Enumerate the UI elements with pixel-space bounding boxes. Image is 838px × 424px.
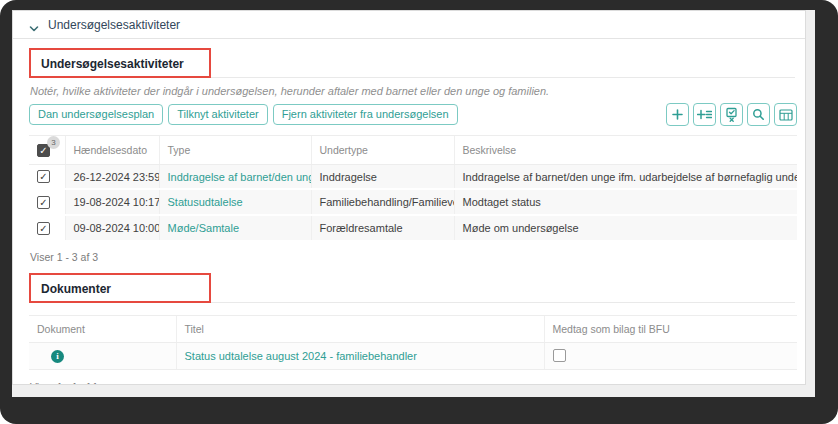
activities-table: ✓ 3 Hændelsesdato Type Undertype Beskriv… bbox=[29, 135, 797, 242]
cell-date: 09-08-2024 10:00 bbox=[65, 215, 159, 241]
activities-pagination: Viser 1 - 3 af 3 bbox=[30, 251, 797, 263]
page-background: Undersøgelsesaktiviteter Undersøgelsesak… bbox=[12, 10, 815, 397]
selected-count-badge: 3 bbox=[47, 136, 60, 149]
column-header-titel[interactable]: Titel bbox=[176, 315, 544, 342]
activities-header-row: ✓ 3 Hændelsesdato Type Undertype Beskriv… bbox=[29, 136, 797, 165]
search-icon[interactable] bbox=[747, 103, 770, 126]
document-title-link[interactable]: Status udtalelse august 2024 - familiebe… bbox=[185, 350, 417, 362]
table-row: ✓ 19-08-2024 10:17 Statusudtalelse Famil… bbox=[29, 189, 797, 215]
cell-undertype: Inddragelse bbox=[311, 164, 454, 189]
row-checkbox[interactable]: ✓ bbox=[37, 222, 50, 235]
activities-title: Undersøgelsesaktiviteter bbox=[41, 57, 184, 71]
column-header-type[interactable]: Type bbox=[159, 136, 311, 165]
attach-activities-button[interactable]: Tilknyt aktiviteter bbox=[168, 104, 268, 125]
documents-heading-row: Dokumenter bbox=[29, 273, 795, 303]
column-header-medtag[interactable]: Medtag som bilag til BFU bbox=[544, 315, 797, 342]
row-checkbox[interactable]: ✓ bbox=[37, 196, 50, 209]
column-header-beskrivelse[interactable]: Beskrivelse bbox=[454, 136, 797, 165]
row-checkbox[interactable]: ✓ bbox=[37, 170, 50, 183]
cell-date: 26-12-2024 23:59 bbox=[65, 164, 159, 189]
info-icon[interactable]: i bbox=[51, 350, 64, 363]
cell-undertype: Familiebehandling/Familievejleder bbox=[311, 189, 454, 215]
section-collapse-label: Undersøgelsesaktiviteter bbox=[48, 18, 180, 32]
cell-beskrivelse: Møde om undersøgelse bbox=[454, 215, 797, 241]
annotation-box-documents: Dokumenter bbox=[29, 273, 211, 303]
documents-header-row: Dokument Titel Medtag som bilag til BFU bbox=[29, 315, 797, 342]
grid-icon[interactable] bbox=[774, 103, 797, 126]
documents-pagination: Viser 1 - 1 af 1 bbox=[30, 381, 797, 386]
cell-date: 19-08-2024 10:17 bbox=[65, 189, 159, 215]
create-plan-button[interactable]: Dan undersøgelsesplan bbox=[29, 104, 163, 125]
documents-title: Dokumenter bbox=[41, 282, 111, 296]
content-card: Undersøgelsesaktiviteter Undersøgelsesak… bbox=[12, 10, 806, 385]
add-row-icon[interactable] bbox=[693, 103, 716, 126]
add-icon[interactable] bbox=[666, 103, 689, 126]
annotation-box-activities: Undersøgelsesaktiviteter bbox=[29, 48, 211, 78]
column-header-dokument[interactable]: Dokument bbox=[29, 315, 176, 342]
activity-type-link[interactable]: Møde/Samtale bbox=[168, 222, 240, 234]
remove-activities-button[interactable]: Fjern aktiviteter fra undersøgelsen bbox=[273, 104, 458, 125]
table-row: ✓ 09-08-2024 10:00 Møde/Samtale Forældre… bbox=[29, 215, 797, 241]
activity-type-link[interactable]: Statusudtalelse bbox=[168, 196, 243, 208]
section-collapse-header[interactable]: Undersøgelsesaktiviteter bbox=[13, 11, 805, 39]
activity-type-link[interactable]: Inddragelse af barnet/den unge bbox=[168, 171, 312, 183]
cell-beskrivelse: Inddragelse af barnet/den unge ifm. udar… bbox=[454, 164, 797, 189]
chevron-down-icon bbox=[29, 20, 39, 30]
table-row: ✓ 26-12-2024 23:59 Inddragelse af barnet… bbox=[29, 164, 797, 189]
toggle-selection-icon[interactable] bbox=[720, 103, 743, 126]
cell-beskrivelse: Modtaget status bbox=[454, 189, 797, 215]
activities-description: Notér, hvilke aktiviteter der indgår i u… bbox=[30, 85, 797, 97]
cell-undertype: Forældresamtale bbox=[311, 215, 454, 241]
medtag-checkbox[interactable] bbox=[553, 349, 566, 362]
activities-heading-row: Undersøgelsesaktiviteter bbox=[29, 48, 795, 78]
column-header-undertype[interactable]: Undertype bbox=[311, 136, 454, 165]
screenshot-frame: Undersøgelsesaktiviteter Undersøgelsesak… bbox=[0, 0, 838, 424]
documents-table: Dokument Titel Medtag som bilag til BFU … bbox=[29, 315, 797, 370]
document-row: i Status udtalelse august 2024 - familie… bbox=[29, 342, 797, 369]
column-header-date[interactable]: Hændelsesdato bbox=[65, 136, 159, 165]
